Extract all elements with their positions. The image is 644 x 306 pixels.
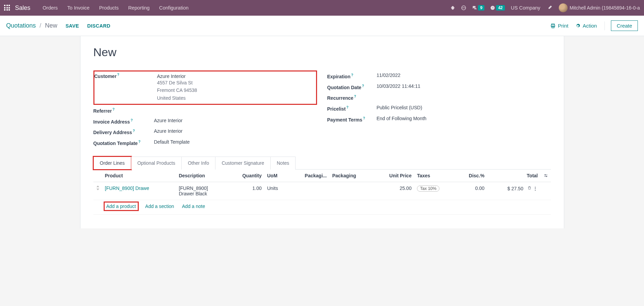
row-menu-icon[interactable]: ⋮	[533, 186, 538, 191]
app-brand[interactable]: Sales	[15, 4, 30, 12]
quotation-template-label: Quotation Template	[93, 141, 138, 146]
customer-addr2: Fremont CA 94538	[157, 86, 316, 94]
col-discount[interactable]: Disc.%	[456, 170, 487, 182]
add-section-link[interactable]: Add a section	[145, 204, 174, 209]
form-sheet: New Customer? Azure Interior 4557 De Sil…	[80, 36, 564, 228]
packaging-qty-cell[interactable]	[289, 182, 330, 200]
print-label: Print	[558, 23, 568, 29]
form-right-col: Expiration? 11/02/2022 Quotation Date? 1…	[327, 70, 551, 148]
quotation-date-field[interactable]: 10/03/2022 11:44:11	[377, 83, 420, 90]
delivery-address-field[interactable]: Azure Interior	[154, 128, 183, 135]
table-row[interactable]: [FURN_8900] Drawe [FURN_8900] Drawer Bla…	[93, 182, 551, 200]
company-selector[interactable]: US Company	[511, 5, 540, 11]
tabs: Order Lines Optional Products Other Info…	[93, 156, 551, 170]
top-navbar: Sales Orders To Invoice Products Reporti…	[0, 0, 644, 16]
quantity-cell[interactable]: 1.00	[227, 182, 264, 200]
nav-to-invoice[interactable]: To Invoice	[62, 0, 94, 16]
expiration-label: Expiration	[327, 74, 350, 79]
help-icon[interactable]: ?	[138, 140, 140, 144]
help-icon[interactable]: ?	[354, 95, 356, 98]
help-icon[interactable]: ?	[133, 129, 135, 133]
invoice-address-label: Invoice Address	[93, 119, 130, 124]
user-menu[interactable]: Mitchell Admin (19845894-16-0-a	[570, 5, 640, 11]
col-unit-price[interactable]: Unit Price	[373, 170, 414, 182]
order-lines-table: Product Description Quantity UoM Packagi…	[93, 170, 551, 215]
messaging-icon[interactable]: 9	[472, 5, 484, 11]
pricelist-label: Pricelist	[327, 106, 346, 112]
breadcrumb: Quotations / New	[6, 22, 57, 29]
tax-pill: Tax 10%	[417, 186, 439, 192]
help-icon[interactable]: ?	[117, 73, 119, 77]
action-label: Action	[583, 23, 597, 29]
help-icon[interactable]: ?	[131, 118, 133, 122]
activities-icon[interactable]: 42	[490, 5, 505, 11]
quotation-template-field[interactable]: Default Template	[154, 139, 190, 146]
tools-icon[interactable]	[546, 5, 553, 11]
help-icon[interactable]: ?	[362, 84, 364, 88]
avatar[interactable]	[559, 3, 568, 12]
print-icon	[550, 23, 556, 29]
discount-cell[interactable]: 0.00	[456, 182, 487, 200]
nav-reporting[interactable]: Reporting	[123, 0, 154, 16]
col-packaging[interactable]: Packaging	[329, 170, 373, 182]
tab-order-lines[interactable]: Order Lines	[93, 157, 131, 170]
product-cell[interactable]: [FURN_8900] Drawe	[105, 186, 149, 191]
total-cell: $ 27.50 ⋮	[487, 182, 541, 200]
description-cell[interactable]: [FURN_8900] Drawer Black	[176, 182, 227, 200]
nav-configuration[interactable]: Configuration	[154, 0, 193, 16]
form-left-col: Customer? Azure Interior 4557 De Silva S…	[93, 70, 317, 148]
discard-button[interactable]: DISCARD	[87, 23, 110, 29]
uom-cell[interactable]: Units	[265, 182, 289, 200]
tab-optional-products[interactable]: Optional Products	[131, 157, 182, 170]
help-icon[interactable]: ?	[346, 106, 348, 109]
save-button[interactable]: SAVE	[65, 23, 79, 29]
payment-terms-field[interactable]: End of Following Month	[377, 116, 426, 123]
activities-badge: 42	[496, 5, 505, 11]
support-icon[interactable]	[461, 5, 466, 11]
columns-settings-icon[interactable]	[543, 173, 548, 178]
delete-row-icon[interactable]	[526, 186, 533, 191]
customer-addr3: United States	[157, 94, 316, 102]
help-icon[interactable]: ?	[351, 73, 353, 77]
col-taxes[interactable]: Taxes	[414, 170, 456, 182]
customer-addr1: 4557 De Silva St	[157, 79, 316, 86]
tab-other-info[interactable]: Other Info	[182, 157, 215, 170]
expiration-field[interactable]: 11/02/2022	[377, 73, 401, 79]
col-uom[interactable]: UoM	[265, 170, 289, 182]
add-note-link[interactable]: Add a note	[182, 204, 205, 209]
pricelist-field[interactable]: Public Pricelist (USD)	[377, 105, 422, 112]
svg-marker-10	[96, 189, 99, 190]
customer-name: Azure Interior	[157, 74, 316, 79]
tab-notes[interactable]: Notes	[271, 157, 296, 170]
invoice-address-field[interactable]: Azure Interior	[154, 118, 183, 125]
unit-price-cell[interactable]: 25.00	[373, 182, 414, 200]
action-button[interactable]: Action	[575, 23, 597, 29]
drag-handle-icon[interactable]	[93, 182, 102, 200]
page-title: New	[93, 46, 551, 59]
col-total[interactable]: Total	[487, 170, 541, 182]
breadcrumb-root[interactable]: Quotations	[6, 22, 36, 29]
create-button[interactable]: Create	[611, 20, 638, 31]
print-button[interactable]: Print	[550, 23, 568, 29]
tab-customer-signature[interactable]: Customer Signature	[215, 157, 271, 170]
recurrence-label: Recurrence	[327, 95, 354, 101]
customer-field[interactable]: Azure Interior 4557 De Silva St Fremont …	[155, 71, 316, 104]
taxes-cell[interactable]: Tax 10%	[414, 182, 456, 200]
breadcrumb-current: New	[45, 22, 57, 29]
gear-icon	[575, 23, 581, 29]
nav-products[interactable]: Products	[94, 0, 123, 16]
col-description[interactable]: Description	[176, 170, 227, 182]
help-icon[interactable]: ?	[363, 116, 365, 120]
col-quantity[interactable]: Quantity	[227, 170, 264, 182]
add-product-link[interactable]: Add a product	[105, 203, 137, 210]
svg-point-8	[546, 176, 546, 177]
bug-icon[interactable]	[450, 5, 455, 11]
col-packaging-qty[interactable]: Packagi...	[289, 170, 330, 182]
customer-block: Customer? Azure Interior 4557 De Silva S…	[93, 70, 317, 105]
col-product[interactable]: Product	[102, 170, 176, 182]
help-icon[interactable]: ?	[113, 108, 115, 111]
nav-orders[interactable]: Orders	[38, 0, 62, 16]
packaging-cell[interactable]	[329, 182, 373, 200]
apps-icon[interactable]	[4, 5, 10, 11]
messaging-badge: 9	[478, 5, 484, 11]
